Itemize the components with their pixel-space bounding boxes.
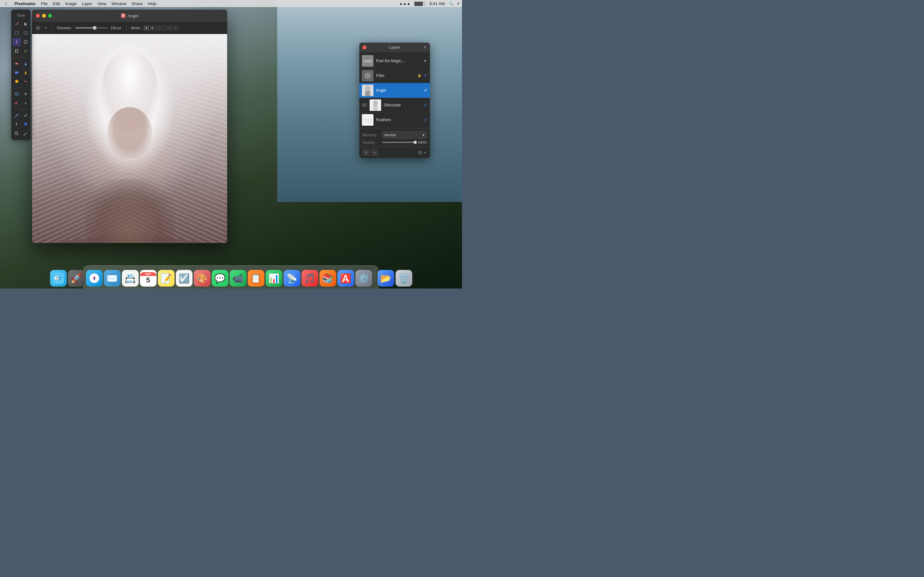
toolbar-settings-arrow[interactable]: ▼ [44, 26, 47, 29]
dock-item-messages[interactable]: 💬 [212, 270, 228, 287]
menubar-help[interactable]: Help [145, 0, 159, 7]
tool-paint-bucket[interactable] [21, 59, 30, 68]
battery-icon: ▓▓▓░ [415, 1, 426, 6]
layer-lock-icon: 🔒 [417, 74, 421, 77]
layer-item-feel[interactable]: Feel the Magic... ▼ [359, 53, 430, 68]
tool-fill[interactable] [21, 68, 30, 77]
layer-name-angel: Angel [376, 88, 421, 93]
layers-close-button[interactable] [363, 45, 367, 49]
menubar-window[interactable]: Window [109, 0, 129, 7]
tool-text[interactable]: T [13, 120, 21, 129]
window-close-button[interactable] [36, 14, 40, 18]
menubar-edit[interactable]: Edit [50, 0, 63, 7]
apple-menu[interactable]:  [3, 0, 9, 7]
add-layer-button[interactable]: + [363, 149, 370, 156]
tool-zoom[interactable] [13, 129, 21, 137]
tool-rect-select[interactable] [13, 29, 21, 37]
menubar-layer[interactable]: Layer [79, 0, 95, 7]
mode-luminosity-icon[interactable]: ● [173, 26, 178, 30]
dock-item-reminders2[interactable]: 📋 [248, 270, 264, 287]
window-maximize-button[interactable] [48, 14, 52, 18]
tool-line[interactable] [13, 111, 21, 119]
svg-point-46 [419, 152, 421, 153]
dock-item-contacts[interactable]: 📇 [122, 270, 139, 287]
shoulder-area [85, 179, 174, 243]
dock-item-pixelmator[interactable]: 🎨 [194, 270, 210, 287]
tool-eyedropper2[interactable] [21, 111, 30, 119]
notification-icon[interactable]: ≡ [457, 1, 459, 6]
layer-check-filter: ✓ [424, 73, 427, 78]
dock-item-files[interactable]: 📂 [378, 270, 394, 287]
tool-heart[interactable] [21, 120, 30, 129]
tool-transform[interactable] [13, 47, 21, 55]
menubar-image[interactable]: Image [63, 0, 79, 7]
layer-item-silhouette[interactable]: fx Silhouette ✓ [359, 98, 430, 113]
layer-options-feel[interactable]: ▼ [423, 58, 427, 63]
layer-item-feathers[interactable]: Feathers ✓ [359, 113, 430, 127]
layers-titlebar: Layers ▼ [359, 43, 430, 52]
search-icon[interactable]: 🔍 [449, 1, 453, 6]
tool-lasso[interactable] [21, 38, 30, 46]
blending-select[interactable]: Normal ▾ [382, 131, 427, 139]
layers-options-button[interactable]: ▼ [423, 45, 427, 50]
menubar-view[interactable]: View [95, 0, 109, 7]
layers-footer-gear[interactable]: ▼ [418, 150, 427, 155]
svg-rect-8 [15, 49, 16, 50]
tool-pen[interactable] [13, 20, 21, 28]
dock-item-sysprefs[interactable]: ⚙️ [355, 270, 372, 287]
finder-dot [58, 287, 59, 288]
canvas-area[interactable] [32, 34, 227, 243]
dock-item-airdrop[interactable]: 📡 [284, 270, 300, 287]
settings-gear-icon[interactable] [35, 25, 41, 31]
layer-item-angel[interactable]: Angel ✓ [359, 83, 430, 98]
menubar-file[interactable]: File [39, 0, 50, 7]
tool-eraser[interactable] [13, 59, 21, 68]
dock-item-appstore[interactable]: 🅰️ [338, 270, 354, 287]
mode-darken-icon[interactable]: ◼ [150, 26, 154, 30]
remove-layer-button[interactable]: − [371, 149, 378, 156]
layer-thumb-angel [362, 85, 373, 96]
mode-hue-icon[interactable]: ◎ [167, 26, 172, 30]
layer-check-silhouette: ✓ [424, 103, 427, 107]
dock-item-mail[interactable]: ✉️ [104, 270, 121, 287]
layer-item-filter[interactable]: Filter 🔒 ✓ [359, 68, 430, 83]
tool-ellipse-select[interactable] [21, 29, 30, 37]
dock-item-calendar[interactable]: SEP 5 [140, 270, 157, 287]
mode-lighten-icon[interactable]: ◻ [156, 26, 160, 30]
mode-normal-icon[interactable]: ■ [144, 26, 149, 30]
dock-item-notes[interactable]: 📝 [158, 270, 174, 287]
tool-brush[interactable] [13, 38, 21, 46]
tool-eyedropper3[interactable] [21, 129, 30, 137]
svg-rect-41 [373, 105, 378, 111]
blending-chevron-icon: ▾ [423, 133, 425, 137]
dock-item-books[interactable]: 📚 [320, 270, 336, 287]
dock-item-music[interactable]: 🎵 [302, 270, 318, 287]
opacity-slider[interactable] [382, 142, 415, 143]
tool-blur[interactable] [13, 90, 21, 98]
dock-item-finder[interactable] [50, 270, 67, 287]
window-minimize-button[interactable] [42, 14, 46, 18]
diameter-value[interactable]: 100 px [111, 26, 122, 30]
dock-item-numbers[interactable]: 📊 [266, 270, 282, 287]
mode-saturation-icon[interactable]: ○ [162, 26, 166, 30]
tool-cursor[interactable] [21, 20, 30, 28]
tool-rect-shape[interactable] [13, 68, 21, 77]
svg-rect-14 [15, 71, 18, 74]
dock-item-safari[interactable] [86, 270, 103, 287]
svg-rect-13 [15, 63, 18, 64]
diameter-slider[interactable] [75, 27, 107, 29]
tool-pencil[interactable] [21, 47, 30, 55]
menubar-app-name[interactable]: Pixelmator [12, 0, 38, 7]
dock-item-facetime[interactable]: 📹 [230, 270, 246, 287]
dock-item-reminders[interactable]: ☑️ [176, 270, 192, 287]
dock-item-trash[interactable]: 🗑️ [396, 270, 412, 287]
tool-smudge[interactable] [21, 77, 30, 85]
window-title: 🖼 Angel [121, 13, 138, 18]
tool-smudge2[interactable] [21, 90, 30, 98]
tool-eyedropper[interactable] [13, 99, 21, 107]
dock-item-launchpad[interactable]: 🚀 [68, 270, 85, 287]
menubar-share[interactable]: Share [129, 0, 145, 7]
canvas-content [32, 34, 227, 243]
tool-gradient[interactable] [13, 77, 21, 85]
tool-sharpen[interactable] [21, 99, 30, 107]
